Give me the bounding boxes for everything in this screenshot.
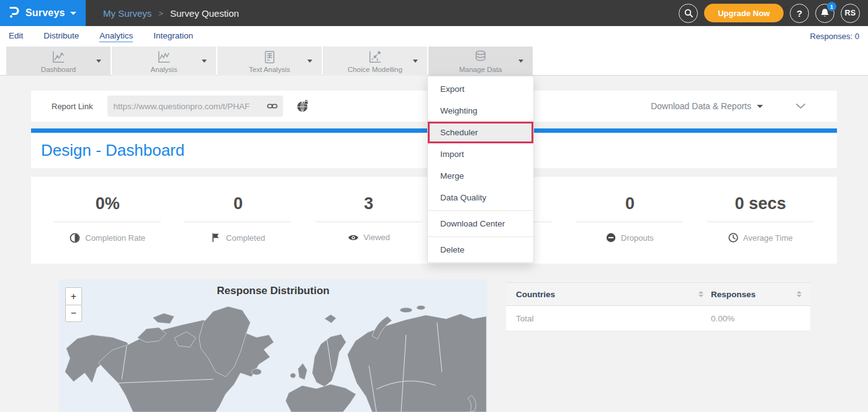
analytics-toolbar: Dashboard Analysis Text Analysis Choice … <box>0 47 868 76</box>
half-circle-icon <box>70 233 80 243</box>
stat-label: Viewed <box>364 233 390 242</box>
nav-item-distribute[interactable]: Distribute <box>43 31 79 42</box>
stat-average-time: 0 secs Average Time <box>695 194 826 264</box>
menu-separator <box>428 236 533 237</box>
flag-icon <box>211 233 221 243</box>
database-icon <box>473 50 488 65</box>
chevron-down-icon[interactable] <box>307 60 312 63</box>
chevron-down-icon[interactable] <box>413 60 418 63</box>
countries-table: Countries Responses Total 0.00% <box>506 282 810 331</box>
stat-viewed: 3 Viewed <box>304 194 434 264</box>
stat-value: 0 <box>564 194 695 214</box>
tab-manage-data[interactable]: Manage Data <box>428 47 533 76</box>
search-icon <box>684 9 693 17</box>
nav-item-edit[interactable]: Edit <box>9 31 23 42</box>
tab-manage-data-label: Manage Data <box>459 66 502 73</box>
countries-table-header: Countries Responses <box>506 282 810 306</box>
tab-choice-modelling[interactable]: Choice Modelling <box>323 47 427 76</box>
top-bar: Surveys My Surveys > Survey Question Upg… <box>0 0 868 26</box>
chevron-down-icon <box>70 12 76 15</box>
text-document-icon <box>262 50 277 65</box>
download-data-reports-dropdown[interactable]: Download Data & Reports <box>651 101 763 111</box>
analysis-chart-icon <box>156 50 171 65</box>
tab-analysis[interactable]: Analysis <box>112 47 216 76</box>
map-title: Response Distribution <box>59 285 487 297</box>
help-button[interactable]: ? <box>790 4 809 23</box>
stat-label: Completion Rate <box>85 233 145 243</box>
total-responses-value: 0.00% <box>711 314 735 323</box>
menu-item-import[interactable]: Import <box>428 143 533 165</box>
tab-dashboard[interactable]: Dashboard <box>6 47 111 76</box>
report-link-input[interactable]: https://www.questionpro.com/t/PHAF <box>107 96 283 117</box>
map-zoom-out-button[interactable]: − <box>65 305 82 322</box>
chevron-down-icon[interactable] <box>96 60 101 63</box>
collapse-toggle[interactable] <box>795 103 806 109</box>
world-map[interactable] <box>59 279 487 412</box>
stat-divider <box>576 222 683 222</box>
chevron-down-icon <box>757 105 763 108</box>
report-link-url: https://www.questionpro.com/t/PHAF <box>113 102 267 111</box>
clock-icon <box>728 233 738 243</box>
stat-value: 0 secs <box>695 194 826 214</box>
stat-completion-rate: 0% Completion Rate <box>42 194 173 264</box>
download-data-reports-label: Download Data & Reports <box>651 101 751 111</box>
product-menu-label: Surveys <box>25 7 65 19</box>
menu-item-export[interactable]: Export <box>428 78 533 100</box>
menu-separator <box>428 210 533 211</box>
manage-data-menu: Export Weighting Scheduler Import Merge … <box>427 76 534 263</box>
map-zoom-in-button[interactable]: + <box>65 287 82 305</box>
breadcrumb-separator: > <box>158 9 163 18</box>
search-button[interactable] <box>679 4 698 23</box>
share-globe-button[interactable] <box>296 100 309 113</box>
menu-item-download-center[interactable]: Download Center <box>428 213 533 235</box>
line-chart-icon <box>51 50 66 65</box>
column-header-responses[interactable]: Responses <box>711 290 756 299</box>
minus-circle-icon <box>606 233 616 243</box>
stat-value: 0% <box>42 194 173 214</box>
questionpro-logo-icon <box>8 6 20 20</box>
stat-label: Dropouts <box>621 233 654 243</box>
module-nav: Edit Distribute Analytics Integration Re… <box>0 26 868 47</box>
menu-item-merge[interactable]: Merge <box>428 165 533 187</box>
menu-item-weighting[interactable]: Weighting <box>428 100 533 122</box>
response-distribution-map: Response Distribution + − <box>59 279 487 412</box>
stat-label: Completed <box>226 233 265 243</box>
notification-badge: 1 <box>827 2 836 11</box>
stat-dropouts: 0 Dropouts <box>564 194 695 264</box>
tab-text-analysis-label: Text Analysis <box>249 66 290 73</box>
avatar[interactable]: RS <box>841 4 860 23</box>
stat-completed: 0 Completed <box>173 194 303 264</box>
nav-item-analytics[interactable]: Analytics <box>99 31 133 42</box>
sort-countries-icon[interactable] <box>698 291 703 297</box>
menu-item-data-quality[interactable]: Data Quality <box>428 187 533 208</box>
stat-value: 3 <box>304 194 434 214</box>
stat-value: 0 <box>173 194 303 214</box>
chevron-down-icon[interactable] <box>202 60 207 63</box>
tab-choice-modelling-label: Choice Modelling <box>348 66 402 73</box>
total-label: Total <box>516 314 534 323</box>
upgrade-now-button[interactable]: Upgrade Now <box>704 4 784 22</box>
breadcrumb-my-surveys[interactable]: My Surveys <box>103 8 151 19</box>
link-icon[interactable] <box>267 102 278 110</box>
report-link-label: Report Link <box>52 102 93 111</box>
nav-item-integration[interactable]: Integration <box>153 31 193 42</box>
menu-item-scheduler[interactable]: Scheduler <box>428 122 533 143</box>
tab-text-analysis[interactable]: Text Analysis <box>217 47 322 76</box>
menu-item-delete[interactable]: Delete <box>428 239 533 261</box>
column-header-countries[interactable]: Countries <box>516 290 555 299</box>
scatter-chart-icon <box>368 50 382 65</box>
responses-count: Responses: 0 <box>810 32 860 41</box>
topbar-actions: Upgrade Now ? 1 RS <box>679 4 868 23</box>
breadcrumb-current: Survey Question <box>170 8 239 19</box>
table-row-total: Total 0.00% <box>506 306 810 331</box>
breadcrumb: My Surveys > Survey Question <box>103 8 239 19</box>
sort-responses-icon[interactable] <box>797 291 802 297</box>
product-logo[interactable]: Surveys <box>0 0 86 26</box>
eye-icon <box>348 233 359 242</box>
tab-dashboard-label: Dashboard <box>41 66 76 73</box>
notifications-button[interactable]: 1 <box>815 4 834 23</box>
stat-divider <box>315 222 422 222</box>
globe-lock-icon <box>296 100 309 113</box>
stat-label: Average Time <box>743 233 793 243</box>
chevron-down-icon[interactable] <box>518 60 523 63</box>
